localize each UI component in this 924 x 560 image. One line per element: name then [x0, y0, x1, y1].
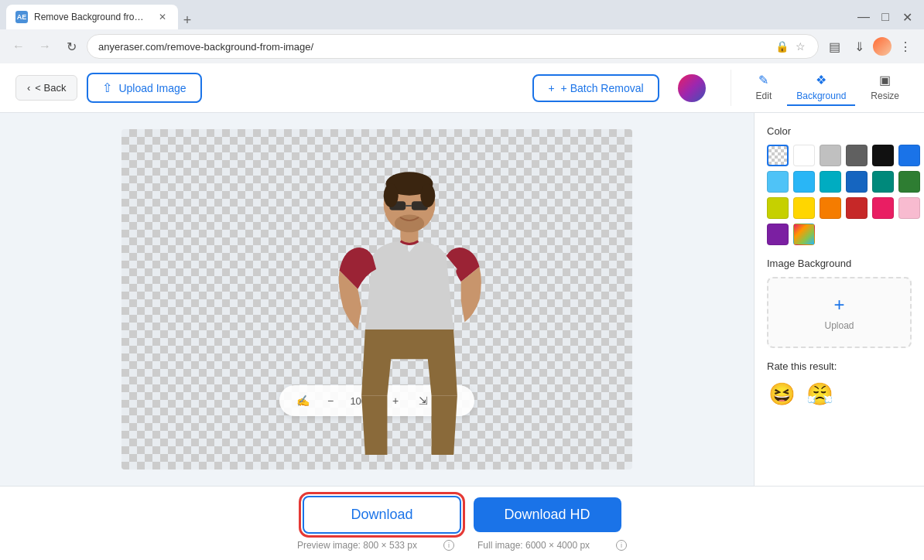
download-browser-button[interactable]: ⇓: [848, 36, 870, 57]
back-button[interactable]: ‹ < Back: [15, 75, 77, 101]
color-lightpink[interactable]: [898, 197, 920, 219]
profile-avatar[interactable]: [873, 37, 891, 56]
color-red[interactable]: [846, 197, 868, 219]
back-label: < Back: [35, 82, 66, 94]
image-bg-label: Image Background: [767, 258, 912, 269]
color-skyblue[interactable]: [793, 171, 815, 193]
maximize-button[interactable]: □: [874, 8, 896, 26]
new-tab-button[interactable]: +: [178, 11, 197, 29]
address-bar[interactable]: anyeraser.com/remove-background-from-ima…: [87, 34, 819, 59]
color-gradient[interactable]: [793, 224, 815, 245]
address-text: anyeraser.com/remove-background-from-ima…: [98, 41, 768, 53]
canvas-wrapper: [121, 129, 632, 470]
tab-resize[interactable]: ▣ Resize: [861, 70, 909, 106]
full-info-icon: i: [616, 540, 627, 551]
upload-bg-plus-icon: +: [833, 294, 844, 316]
title-bar: AE Remove Background from Ima... ✕ + — □…: [0, 0, 924, 29]
extensions-button[interactable]: ▤: [823, 36, 845, 57]
tab-edit[interactable]: ✎ Edit: [747, 70, 782, 106]
color-pink[interactable]: [872, 197, 894, 219]
batch-removal-button[interactable]: + + Batch Removal: [532, 74, 659, 102]
bookmark-icon[interactable]: ☆: [793, 39, 807, 53]
color-teal[interactable]: [820, 171, 841, 193]
address-icons: 🔒 ☆: [775, 39, 807, 53]
image-info: Preview image: 800 × 533 px i Full image…: [297, 540, 627, 551]
color-lime[interactable]: [767, 197, 789, 219]
download-button[interactable]: Download: [303, 496, 460, 534]
rate-label: Rate this result:: [767, 360, 912, 372]
reload-button[interactable]: ↻: [60, 36, 82, 57]
window-controls: — □ ✕: [853, 8, 918, 26]
browser-chrome: AE Remove Background from Ima... ✕ + — □…: [0, 0, 924, 63]
tab-area: AE Remove Background from Ima... ✕ +: [6, 5, 850, 29]
upload-image-button[interactable]: ⇧ Upload Image: [87, 73, 201, 103]
close-button[interactable]: ✕: [896, 8, 918, 26]
image-background-section: Image Background + Upload: [767, 258, 912, 348]
preview-info-icon: i: [443, 540, 454, 551]
user-avatar[interactable]: [678, 74, 706, 102]
emoji-row: 😆 😤: [767, 380, 912, 408]
download-hd-button[interactable]: Download HD: [474, 497, 621, 532]
color-section-label: Color: [767, 125, 912, 137]
svg-point-5: [384, 183, 399, 207]
active-tab[interactable]: AE Remove Background from Ima... ✕: [6, 5, 178, 29]
color-darkgray[interactable]: [846, 145, 868, 166]
toolbar: ‹ < Back ⇧ Upload Image + + Batch Remova…: [0, 63, 924, 113]
color-black[interactable]: [872, 145, 894, 166]
canvas-area: ✍ − 100% + ⇲ ◨: [0, 113, 754, 486]
edit-tab-icon: ✎: [758, 73, 768, 87]
app-container: ‹ < Back ⇧ Upload Image + + Batch Remova…: [0, 63, 924, 560]
upload-background-box[interactable]: + Upload: [767, 277, 912, 348]
color-darkblue[interactable]: [846, 171, 868, 193]
resize-tab-label: Resize: [871, 90, 899, 101]
color-transparent[interactable]: [767, 145, 789, 166]
download-row: Download Download HD: [303, 496, 621, 534]
color-lightgray[interactable]: [820, 145, 841, 166]
main-layout: ✍ − 100% + ⇲ ◨ Color: [0, 113, 924, 486]
forward-nav-button[interactable]: →: [34, 36, 56, 57]
color-yellow[interactable]: [793, 197, 815, 219]
menu-button[interactable]: ⋮: [895, 36, 916, 57]
color-green[interactable]: [898, 171, 920, 193]
background-tab-icon: ❖: [816, 73, 826, 87]
right-panel: Color: [754, 113, 924, 486]
panel-tab-group: ✎ Edit ❖ Background ▣ Resize: [731, 70, 909, 106]
tab-favicon: AE: [15, 11, 28, 23]
tab-close-button[interactable]: ✕: [156, 11, 169, 23]
happy-emoji-button[interactable]: 😆: [767, 380, 797, 408]
background-tab-label: Background: [796, 90, 846, 101]
color-lightblue[interactable]: [767, 171, 789, 193]
tab-title: Remove Background from Ima...: [34, 12, 150, 22]
nav-bar: ← → ↻ anyeraser.com/remove-background-fr…: [0, 29, 924, 63]
svg-point-6: [420, 183, 435, 207]
color-white[interactable]: [793, 145, 815, 166]
color-orange[interactable]: [820, 197, 841, 219]
color-blue[interactable]: [898, 145, 920, 166]
password-icon: 🔒: [775, 39, 789, 53]
browser-actions: ▤ ⇓ ⋮: [823, 36, 916, 57]
bottom-bar: Download Download HD Preview image: 800 …: [0, 486, 924, 560]
full-info: Full image: 6000 × 4000 px: [477, 540, 590, 551]
person-image: [301, 160, 518, 470]
angry-emoji-button[interactable]: 😤: [805, 380, 835, 408]
color-grid: [767, 145, 912, 245]
upload-label: Upload Image: [118, 82, 186, 94]
tab-background[interactable]: ❖ Background: [787, 70, 855, 106]
edit-tab-label: Edit: [756, 90, 772, 101]
back-icon: ‹: [27, 82, 30, 94]
color-purple[interactable]: [767, 224, 789, 245]
svg-point-8: [395, 214, 424, 232]
batch-label: + Batch Removal: [561, 82, 644, 94]
batch-icon: +: [548, 82, 554, 94]
minimize-button[interactable]: —: [853, 8, 874, 26]
resize-tab-icon: ▣: [879, 73, 891, 87]
upload-icon: ⇧: [102, 80, 112, 95]
color-green2[interactable]: [872, 171, 894, 193]
back-nav-button[interactable]: ←: [8, 36, 29, 57]
rate-section: Rate this result: 😆 😤: [767, 360, 912, 408]
preview-info: Preview image: 800 × 533 px: [297, 540, 417, 551]
upload-bg-label: Upload: [824, 320, 854, 331]
